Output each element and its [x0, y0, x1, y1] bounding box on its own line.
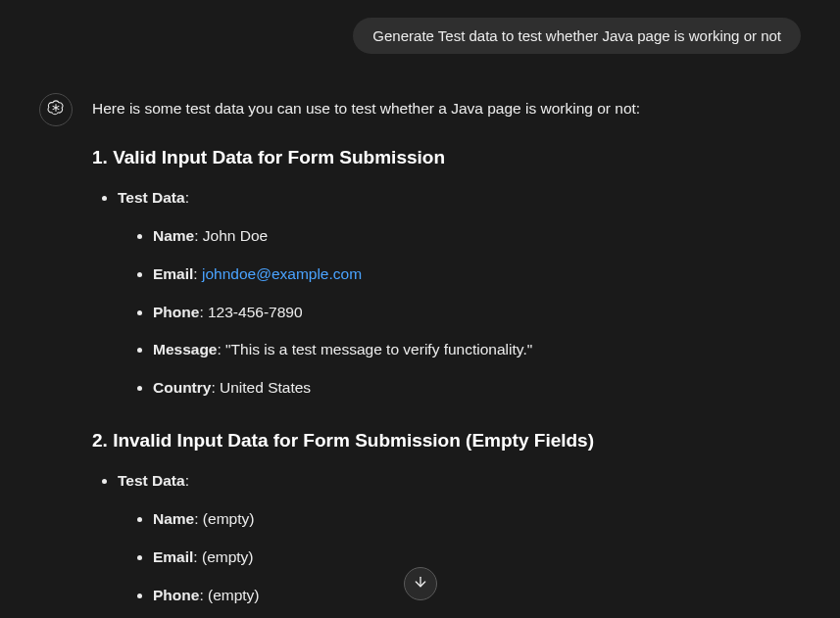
section-2-list: Test Data: Name: (empty) Email: (empty) … [92, 469, 801, 618]
field-label: Email [153, 548, 193, 565]
list-item: Test Data: Name: John Doe Email: johndoe… [118, 186, 801, 401]
list-item: Name: (empty) [153, 507, 801, 532]
field-value: (empty) [208, 587, 260, 603]
list-item: Country: United States [153, 376, 801, 401]
field-value: "This is a test message to verify functi… [225, 341, 532, 357]
scroll-to-bottom-button[interactable] [404, 567, 437, 600]
section-title: Invalid Input Data for Form Submission (… [113, 430, 594, 451]
section-1-list: Test Data: Name: John Doe Email: johndoe… [92, 186, 801, 401]
user-message-bubble[interactable]: Generate Test data to test whether Java … [353, 18, 801, 54]
list-item: Phone: 123-456-7890 [153, 301, 801, 325]
assistant-content: Here is some test data you can use to te… [92, 93, 801, 618]
field-label: Country [153, 379, 211, 396]
field-label: Email [153, 265, 193, 282]
openai-logo-icon [47, 99, 65, 120]
section-title: Valid Input Data for Form Submission [113, 147, 445, 167]
assistant-row: Here is some test data you can use to te… [0, 54, 840, 618]
test-data-label: Test Data [118, 472, 185, 489]
field-value: (empty) [203, 510, 255, 527]
field-label: Phone [153, 304, 199, 320]
field-label: Message [153, 341, 217, 357]
field-label: Name [153, 227, 194, 244]
field-value: 123-456-7890 [208, 304, 303, 320]
field-label: Name [153, 510, 194, 527]
assistant-intro-text: Here is some test data you can use to te… [92, 97, 801, 121]
test-data-label: Test Data [118, 189, 185, 206]
user-message-row: Generate Test data to test whether Java … [0, 0, 840, 54]
list-item: Email: johndoe@example.com [153, 262, 801, 287]
test-data-items: Name: John Doe Email: johndoe@example.co… [118, 224, 801, 401]
list-item: Name: John Doe [153, 224, 801, 249]
list-item: Email: (empty) [153, 546, 801, 570]
field-value: John Doe [203, 227, 268, 244]
field-value: United States [220, 379, 311, 396]
list-item: Phone: (empty) [153, 584, 801, 608]
list-item: Message: "This is a test message to veri… [153, 338, 801, 362]
arrow-down-icon [413, 574, 428, 594]
colon: : [185, 472, 189, 489]
field-value: (empty) [202, 548, 254, 565]
assistant-avatar [39, 93, 73, 126]
section-heading-1: 1. Valid Input Data for Form Submission [92, 143, 801, 172]
section-number: 1. [92, 147, 108, 167]
field-label: Phone [153, 587, 199, 603]
section-heading-2: 2. Invalid Input Data for Form Submissio… [92, 426, 801, 455]
colon: : [185, 189, 189, 206]
test-data-items: Name: (empty) Email: (empty) Phone: (emp… [118, 507, 801, 618]
section-number: 2. [92, 430, 108, 451]
user-message-text: Generate Test data to test whether Java … [372, 27, 781, 44]
list-item: Test Data: Name: (empty) Email: (empty) … [118, 469, 801, 618]
email-link[interactable]: johndoe@example.com [202, 265, 362, 282]
